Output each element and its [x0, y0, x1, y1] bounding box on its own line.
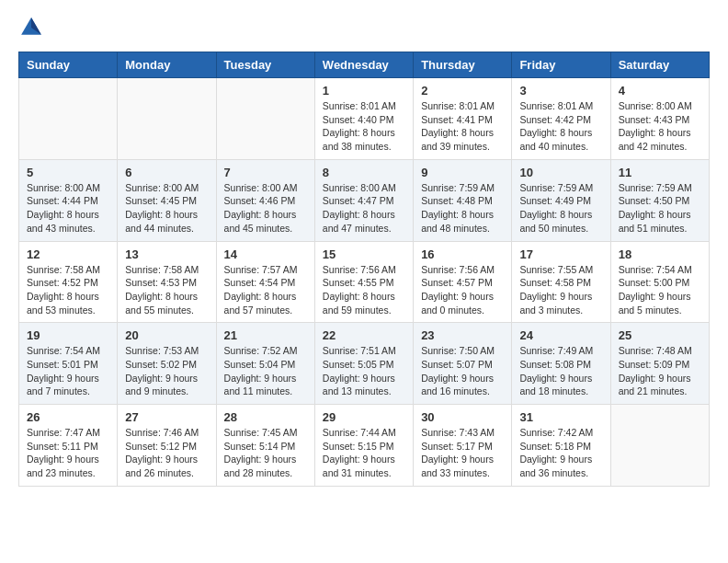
day-info: Sunrise: 7:49 AM Sunset: 5:08 PM Dayligh…: [519, 344, 602, 398]
calendar-week-2: 5Sunrise: 8:00 AM Sunset: 4:44 PM Daylig…: [19, 159, 710, 241]
day-number: 22: [323, 328, 405, 342]
day-info: Sunrise: 7:43 AM Sunset: 5:17 PM Dayligh…: [421, 426, 504, 480]
day-number: 5: [27, 166, 109, 179]
day-number: 7: [224, 166, 307, 179]
calendar-week-4: 19Sunrise: 7:54 AM Sunset: 5:01 PM Dayli…: [19, 323, 710, 405]
day-number: 1: [323, 84, 405, 98]
calendar-cell: 19Sunrise: 7:54 AM Sunset: 5:01 PM Dayli…: [19, 323, 118, 405]
day-number: 11: [619, 166, 701, 179]
col-header-saturday: Saturday: [610, 52, 709, 78]
day-number: 26: [27, 410, 109, 424]
calendar-week-3: 12Sunrise: 7:58 AM Sunset: 4:52 PM Dayli…: [19, 241, 710, 323]
day-number: 4: [619, 84, 701, 98]
day-number: 18: [619, 247, 701, 261]
day-info: Sunrise: 7:42 AM Sunset: 5:18 PM Dayligh…: [519, 426, 602, 480]
calendar-cell: 15Sunrise: 7:56 AM Sunset: 4:55 PM Dayli…: [314, 241, 413, 323]
day-number: 28: [224, 410, 307, 424]
day-number: 16: [421, 247, 504, 261]
calendar-cell: 1Sunrise: 8:01 AM Sunset: 4:40 PM Daylig…: [314, 78, 413, 160]
calendar-cell: 28Sunrise: 7:45 AM Sunset: 5:14 PM Dayli…: [216, 405, 314, 487]
day-info: Sunrise: 7:50 AM Sunset: 5:07 PM Dayligh…: [421, 344, 504, 398]
day-number: 30: [421, 410, 504, 424]
calendar-cell: 29Sunrise: 7:44 AM Sunset: 5:15 PM Dayli…: [314, 405, 413, 487]
calendar-cell: 2Sunrise: 8:01 AM Sunset: 4:41 PM Daylig…: [414, 78, 512, 160]
calendar-cell: 10Sunrise: 7:59 AM Sunset: 4:49 PM Dayli…: [512, 159, 610, 241]
day-info: Sunrise: 7:52 AM Sunset: 5:04 PM Dayligh…: [224, 344, 307, 398]
day-number: 20: [125, 328, 208, 342]
day-number: 8: [323, 166, 405, 179]
day-number: 10: [519, 166, 602, 179]
day-number: 13: [125, 247, 208, 261]
day-number: 24: [519, 328, 602, 342]
day-number: 12: [27, 247, 109, 261]
calendar-cell: 22Sunrise: 7:51 AM Sunset: 5:05 PM Dayli…: [314, 323, 413, 405]
day-info: Sunrise: 8:00 AM Sunset: 4:46 PM Dayligh…: [224, 181, 307, 236]
day-info: Sunrise: 7:56 AM Sunset: 4:57 PM Dayligh…: [421, 263, 504, 317]
day-number: 2: [421, 84, 504, 98]
day-info: Sunrise: 8:00 AM Sunset: 4:45 PM Dayligh…: [125, 181, 208, 236]
day-info: Sunrise: 7:47 AM Sunset: 5:11 PM Dayligh…: [27, 426, 109, 480]
day-number: 29: [323, 410, 405, 424]
day-info: Sunrise: 8:00 AM Sunset: 4:44 PM Dayligh…: [27, 181, 109, 236]
calendar-header-row: SundayMondayTuesdayWednesdayThursdayFrid…: [19, 52, 710, 78]
calendar-cell: 4Sunrise: 8:00 AM Sunset: 4:43 PM Daylig…: [610, 78, 709, 160]
day-info: Sunrise: 7:57 AM Sunset: 4:54 PM Dayligh…: [224, 263, 307, 317]
day-info: Sunrise: 7:59 AM Sunset: 4:50 PM Dayligh…: [619, 181, 701, 236]
calendar-cell: 25Sunrise: 7:48 AM Sunset: 5:09 PM Dayli…: [610, 323, 709, 405]
calendar-cell: 8Sunrise: 8:00 AM Sunset: 4:47 PM Daylig…: [314, 159, 413, 241]
logo: [18, 15, 48, 40]
day-info: Sunrise: 8:01 AM Sunset: 4:40 PM Dayligh…: [323, 99, 405, 154]
calendar-cell: 13Sunrise: 7:58 AM Sunset: 4:53 PM Dayli…: [118, 241, 216, 323]
day-info: Sunrise: 7:46 AM Sunset: 5:12 PM Dayligh…: [125, 426, 208, 480]
day-info: Sunrise: 7:58 AM Sunset: 4:53 PM Dayligh…: [125, 263, 208, 317]
day-info: Sunrise: 7:53 AM Sunset: 5:02 PM Dayligh…: [125, 344, 208, 398]
calendar-cell: 18Sunrise: 7:54 AM Sunset: 5:00 PM Dayli…: [610, 241, 709, 323]
calendar-cell: 14Sunrise: 7:57 AM Sunset: 4:54 PM Dayli…: [216, 241, 314, 323]
day-number: 23: [421, 328, 504, 342]
calendar-cell: 20Sunrise: 7:53 AM Sunset: 5:02 PM Dayli…: [118, 323, 216, 405]
day-info: Sunrise: 8:01 AM Sunset: 4:41 PM Dayligh…: [421, 99, 504, 154]
logo-icon: [18, 15, 44, 40]
day-info: Sunrise: 8:01 AM Sunset: 4:42 PM Dayligh…: [519, 99, 602, 154]
day-info: Sunrise: 8:00 AM Sunset: 4:47 PM Dayligh…: [323, 181, 405, 236]
day-number: 3: [519, 84, 602, 98]
header: [18, 15, 710, 40]
calendar-cell: 3Sunrise: 8:01 AM Sunset: 4:42 PM Daylig…: [512, 78, 610, 160]
calendar-cell: [19, 78, 118, 160]
calendar-cell: 11Sunrise: 7:59 AM Sunset: 4:50 PM Dayli…: [610, 159, 709, 241]
day-number: 6: [125, 166, 208, 179]
calendar-cell: 7Sunrise: 8:00 AM Sunset: 4:46 PM Daylig…: [216, 159, 314, 241]
calendar-cell: 17Sunrise: 7:55 AM Sunset: 4:58 PM Dayli…: [512, 241, 610, 323]
day-info: Sunrise: 7:58 AM Sunset: 4:52 PM Dayligh…: [27, 263, 109, 317]
day-number: 9: [421, 166, 504, 179]
col-header-sunday: Sunday: [19, 52, 118, 78]
calendar-cell: 24Sunrise: 7:49 AM Sunset: 5:08 PM Dayli…: [512, 323, 610, 405]
calendar-cell: 6Sunrise: 8:00 AM Sunset: 4:45 PM Daylig…: [118, 159, 216, 241]
col-header-wednesday: Wednesday: [314, 52, 413, 78]
day-info: Sunrise: 7:59 AM Sunset: 4:49 PM Dayligh…: [519, 181, 602, 236]
day-info: Sunrise: 7:45 AM Sunset: 5:14 PM Dayligh…: [224, 426, 307, 480]
col-header-monday: Monday: [118, 52, 216, 78]
calendar-week-1: 1Sunrise: 8:01 AM Sunset: 4:40 PM Daylig…: [19, 78, 710, 160]
day-info: Sunrise: 7:54 AM Sunset: 5:00 PM Dayligh…: [619, 263, 701, 317]
col-header-thursday: Thursday: [414, 52, 512, 78]
page: SundayMondayTuesdayWednesdayThursdayFrid…: [0, 0, 728, 505]
day-info: Sunrise: 7:54 AM Sunset: 5:01 PM Dayligh…: [27, 344, 109, 398]
day-number: 27: [125, 410, 208, 424]
calendar-cell: [118, 78, 216, 160]
day-number: 19: [27, 328, 109, 342]
calendar-cell: 5Sunrise: 8:00 AM Sunset: 4:44 PM Daylig…: [19, 159, 118, 241]
calendar-cell: 12Sunrise: 7:58 AM Sunset: 4:52 PM Dayli…: [19, 241, 118, 323]
calendar-week-5: 26Sunrise: 7:47 AM Sunset: 5:11 PM Dayli…: [19, 405, 710, 487]
calendar-cell: 30Sunrise: 7:43 AM Sunset: 5:17 PM Dayli…: [414, 405, 512, 487]
calendar-cell: 21Sunrise: 7:52 AM Sunset: 5:04 PM Dayli…: [216, 323, 314, 405]
day-info: Sunrise: 7:55 AM Sunset: 4:58 PM Dayligh…: [519, 263, 602, 317]
calendar-cell: [610, 405, 709, 487]
day-info: Sunrise: 8:00 AM Sunset: 4:43 PM Dayligh…: [619, 99, 701, 154]
day-info: Sunrise: 7:51 AM Sunset: 5:05 PM Dayligh…: [323, 344, 405, 398]
day-info: Sunrise: 7:59 AM Sunset: 4:48 PM Dayligh…: [421, 181, 504, 236]
calendar-cell: 23Sunrise: 7:50 AM Sunset: 5:07 PM Dayli…: [414, 323, 512, 405]
calendar-table: SundayMondayTuesdayWednesdayThursdayFrid…: [18, 52, 710, 487]
calendar-cell: 16Sunrise: 7:56 AM Sunset: 4:57 PM Dayli…: [414, 241, 512, 323]
day-number: 21: [224, 328, 307, 342]
